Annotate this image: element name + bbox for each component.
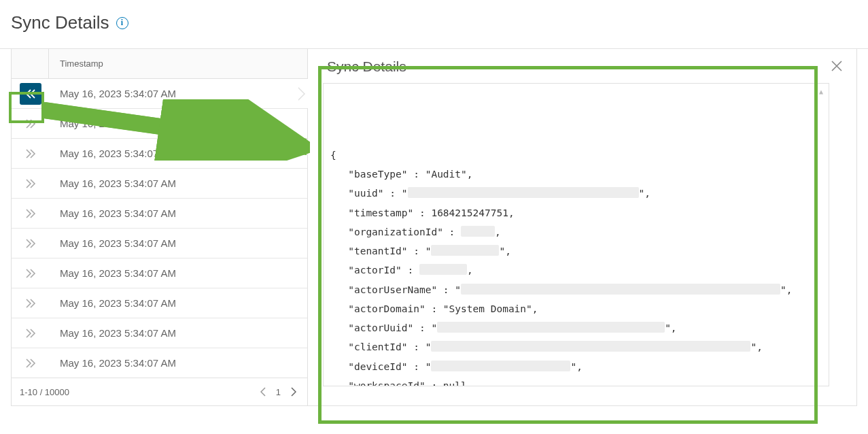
redacted-value bbox=[431, 245, 499, 256]
row-timestamp: May 16, 2023 5:34:07 AM bbox=[49, 88, 176, 99]
row-timestamp: May 16, 2023 5:34:07 AM bbox=[49, 267, 176, 279]
table-header-row: Timestamp bbox=[12, 49, 307, 79]
json-content-box[interactable]: ▲ { "baseType" : "Audit", "uuid" : "", "… bbox=[323, 83, 829, 386]
json-line: "actorId" : , bbox=[330, 261, 822, 280]
row-timestamp: May 16, 2023 5:34:07 AM bbox=[49, 178, 176, 189]
json-line: "deviceId" : "", bbox=[330, 357, 822, 376]
sync-detail-panel: Sync Details ▲ { "baseType" : "Audit", "… bbox=[308, 49, 857, 406]
expand-row-icon[interactable] bbox=[12, 209, 49, 218]
json-line: { bbox=[330, 146, 822, 165]
timestamp-column-header: Timestamp bbox=[49, 59, 103, 69]
expand-row-icon[interactable] bbox=[12, 179, 49, 188]
pagination-page-number: 1 bbox=[276, 387, 281, 397]
page-title: Sync Details bbox=[11, 12, 109, 33]
json-line: "uuid" : "", bbox=[330, 184, 822, 203]
table-row[interactable]: May 16, 2023 5:34:07 AM bbox=[12, 139, 307, 169]
expand-row-icon[interactable] bbox=[12, 358, 49, 368]
expand-row-icon[interactable] bbox=[12, 149, 49, 158]
redacted-value bbox=[461, 284, 780, 295]
row-timestamp: May 16, 2023 5:34:07 AM bbox=[49, 327, 176, 339]
table-row[interactable]: May 16, 2023 5:34:07 AM bbox=[12, 229, 307, 258]
expand-row-icon[interactable] bbox=[12, 239, 49, 248]
row-timestamp: May 16, 2023 5:34:07 AM bbox=[49, 207, 176, 219]
redacted-value bbox=[431, 341, 750, 352]
redacted-value bbox=[419, 264, 467, 275]
expand-row-icon[interactable] bbox=[12, 329, 49, 338]
collapse-row-icon[interactable] bbox=[12, 83, 49, 105]
json-line: "tenantId" : "", bbox=[330, 241, 822, 261]
pagination-prev-icon[interactable] bbox=[258, 386, 269, 398]
json-line: "actorUserName" : "", bbox=[330, 280, 822, 299]
expand-row-icon[interactable] bbox=[12, 119, 49, 129]
pagination-next-icon[interactable] bbox=[288, 386, 299, 398]
expand-row-icon[interactable] bbox=[12, 269, 49, 278]
redacted-value bbox=[461, 226, 495, 237]
sync-events-table: Timestamp May 16, 2023 5:34:07 AMMay 16,… bbox=[11, 49, 308, 406]
table-row[interactable]: May 16, 2023 5:34:07 AM bbox=[12, 109, 307, 139]
table-row[interactable]: May 16, 2023 5:34:07 AM bbox=[12, 318, 307, 348]
close-icon[interactable] bbox=[831, 60, 843, 72]
redacted-value bbox=[437, 322, 665, 333]
table-row[interactable]: May 16, 2023 5:34:07 AM bbox=[12, 348, 307, 378]
row-timestamp: May 16, 2023 5:34:07 AM bbox=[49, 118, 176, 129]
expand-column-header bbox=[12, 49, 49, 78]
info-icon[interactable]: i bbox=[116, 17, 128, 29]
table-row[interactable]: May 16, 2023 5:34:07 AM bbox=[12, 288, 307, 318]
table-row[interactable]: May 16, 2023 5:34:07 AM bbox=[12, 258, 307, 288]
scroll-up-icon[interactable]: ▲ bbox=[819, 85, 826, 92]
json-line: "clientId" : "", bbox=[330, 337, 822, 356]
json-line: "workspaceId" : null, bbox=[330, 376, 822, 386]
redacted-value bbox=[408, 187, 639, 198]
json-line: "actorDomain" : "System Domain", bbox=[330, 299, 822, 318]
json-line: "actorUuid" : "", bbox=[330, 318, 822, 337]
redacted-value bbox=[431, 361, 570, 371]
json-line: "baseType" : "Audit", bbox=[330, 165, 822, 184]
pagination-range: 1-10 / 10000 bbox=[20, 387, 69, 397]
pagination-bar: 1-10 / 10000 1 bbox=[12, 378, 307, 405]
row-timestamp: May 16, 2023 5:34:07 AM bbox=[49, 148, 176, 159]
row-timestamp: May 16, 2023 5:34:07 AM bbox=[49, 297, 176, 309]
expand-row-icon[interactable] bbox=[12, 299, 49, 308]
detail-title: Sync Details bbox=[327, 59, 829, 75]
json-line: "timestamp" : 1684215247751, bbox=[330, 203, 822, 222]
table-row[interactable]: May 16, 2023 5:34:07 AM bbox=[12, 199, 307, 229]
table-row[interactable]: May 16, 2023 5:34:07 AM bbox=[12, 79, 307, 109]
json-line: "organizationId" : , bbox=[330, 222, 822, 241]
table-row[interactable]: May 16, 2023 5:34:07 AM bbox=[12, 169, 307, 199]
row-timestamp: May 16, 2023 5:34:07 AM bbox=[49, 237, 176, 249]
selected-row-caret-icon bbox=[298, 79, 308, 108]
row-timestamp: May 16, 2023 5:34:07 AM bbox=[49, 357, 176, 369]
